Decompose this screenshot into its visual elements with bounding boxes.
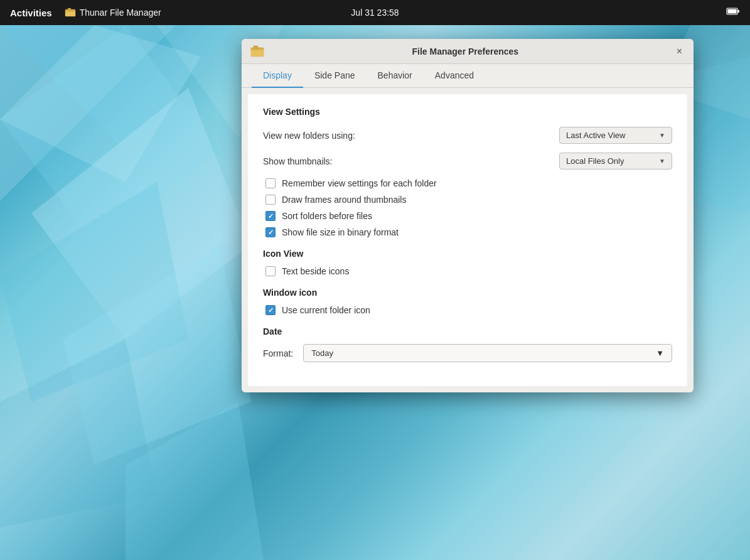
icon-view-section: Icon View Text beside icons (263, 249, 672, 276)
view-settings-title: View Settings (263, 107, 672, 117)
sort-folders-row: Sort folders before files (263, 211, 672, 221)
clock: Jul 31 23:58 (351, 8, 399, 18)
svg-rect-16 (728, 9, 737, 14)
dialog-title: File Manager Preferences (271, 46, 660, 57)
date-format-dropdown[interactable]: Today ▼ (303, 344, 672, 362)
date-format-row: Format: Today ▼ (263, 344, 672, 362)
binary-format-label: Show file size in binary format (282, 227, 399, 237)
text-beside-icons-row: Text beside icons (263, 266, 672, 276)
view-settings-section: View Settings View new folders using: La… (263, 107, 672, 237)
sort-folders-label: Sort folders before files (282, 211, 372, 221)
remember-view-row: Remember view settings for each folder (263, 178, 672, 188)
view-new-folders-dropdown[interactable]: Last Active View ▼ (559, 127, 672, 144)
binary-format-row: Show file size in binary format (263, 227, 672, 237)
window-icon-section: Window icon Use current folder icon (263, 288, 672, 315)
app-menu[interactable]: Thunar File Manager (65, 7, 161, 18)
show-thumbnails-value: Local Files Only (566, 156, 624, 166)
show-thumbnails-row: Show thumbnails: Local Files Only ▼ (263, 153, 672, 170)
preferences-dialog: File Manager Preferences × Display Side … (242, 39, 694, 392)
tab-behavior[interactable]: Behavior (367, 64, 424, 88)
dialog-content: View Settings View new folders using: La… (248, 94, 687, 386)
app-name: Thunar File Manager (80, 8, 161, 18)
show-thumbnails-label: Show thumbnails: (263, 156, 333, 166)
draw-frames-label: Draw frames around thumbnails (282, 195, 406, 205)
tab-bar: Display Side Pane Behavior Advanced (242, 64, 694, 88)
current-folder-icon-label: Use current folder icon (282, 305, 370, 315)
svg-rect-20 (254, 46, 258, 49)
window-icon-title: Window icon (263, 288, 672, 298)
date-section: Date Format: Today ▼ (263, 326, 672, 362)
thunar-icon (65, 7, 76, 18)
svg-rect-17 (737, 10, 739, 13)
dialog-titlebar: File Manager Preferences × (242, 39, 694, 64)
svg-rect-14 (68, 8, 71, 11)
current-folder-icon-checkbox[interactable] (265, 305, 276, 315)
date-format-value: Today (311, 348, 333, 358)
dropdown-arrow-icon-2: ▼ (659, 158, 665, 164)
dropdown-arrow-icon: ▼ (659, 132, 665, 139)
activities-label[interactable]: Activities (10, 8, 52, 18)
draw-frames-row: Draw frames around thumbnails (263, 195, 672, 205)
close-button[interactable]: × (674, 45, 685, 58)
remember-view-checkbox[interactable] (265, 178, 276, 188)
svg-rect-13 (65, 11, 75, 16)
view-new-folders-label: View new folders using: (263, 131, 355, 141)
sort-folders-checkbox[interactable] (265, 211, 276, 221)
svg-rect-19 (251, 49, 264, 57)
view-new-folders-value: Last Active View (566, 131, 625, 140)
date-title: Date (263, 326, 672, 337)
current-folder-icon-row: Use current folder icon (263, 305, 672, 315)
tab-side-pane[interactable]: Side Pane (303, 64, 367, 88)
dialog-app-icon (250, 45, 264, 58)
binary-format-checkbox[interactable] (265, 227, 276, 237)
icon-view-title: Icon View (263, 249, 672, 259)
tab-advanced[interactable]: Advanced (424, 64, 485, 88)
view-new-folders-row: View new folders using: Last Active View… (263, 127, 672, 144)
text-beside-icons-checkbox[interactable] (265, 266, 276, 276)
date-format-label: Format: (263, 348, 293, 358)
remember-view-label: Remember view settings for each folder (282, 178, 437, 188)
draw-frames-checkbox[interactable] (265, 195, 276, 205)
show-thumbnails-dropdown[interactable]: Local Files Only ▼ (559, 153, 672, 170)
text-beside-icons-label: Text beside icons (282, 266, 349, 276)
system-tray (726, 6, 740, 19)
topbar: Activities Thunar File Manager Jul 31 23… (0, 0, 750, 25)
tab-display[interactable]: Display (252, 64, 303, 88)
battery-icon (726, 6, 740, 16)
date-dropdown-arrow-icon: ▼ (656, 348, 664, 358)
